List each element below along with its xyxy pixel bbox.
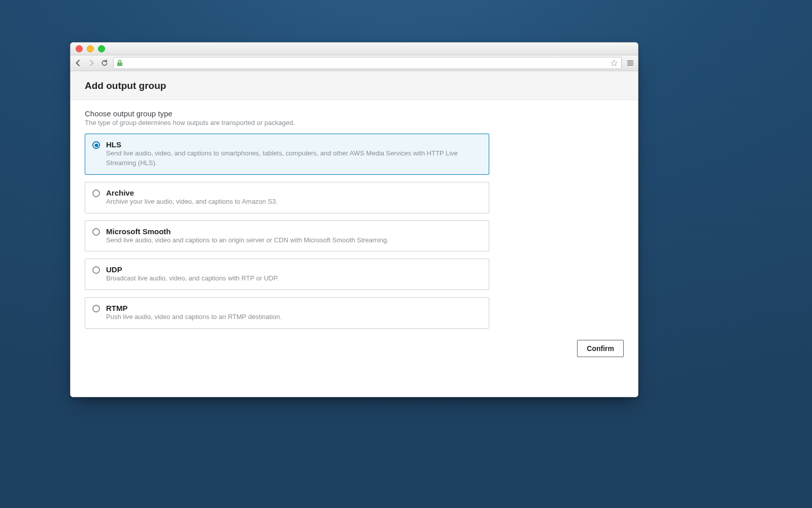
option-description: Send live audio, video, and captions to … [106, 149, 482, 168]
page-header: Add output group [71, 71, 638, 100]
footer: Confirm [85, 340, 624, 357]
forward-button[interactable] [87, 58, 96, 68]
option-microsoft-smooth[interactable]: Microsoft Smooth Send live audio, video … [85, 220, 489, 252]
output-group-options: HLS Send live audio, video, and captions… [85, 134, 489, 329]
option-label: RTMP [106, 304, 128, 312]
minimize-window-button[interactable] [87, 45, 94, 52]
option-label: UDP [106, 265, 122, 274]
section-subtitle: The type of group determines how outputs… [85, 119, 624, 126]
radio-icon [92, 189, 100, 197]
window-titlebar [71, 43, 638, 55]
browser-window: Add output group Choose output group typ… [70, 42, 638, 397]
option-description: Push live audio, video and captions to a… [106, 312, 482, 322]
radio-icon [92, 228, 100, 236]
page-title: Add output group [85, 80, 624, 91]
option-archive[interactable]: Archive Archive your live audio, video, … [85, 182, 489, 213]
svg-rect-0 [117, 62, 122, 66]
page-body: Choose output group type The type of gro… [71, 100, 638, 369]
page-content: Add output group Choose output group typ… [71, 71, 638, 397]
browser-menu-button[interactable] [626, 58, 635, 68]
option-label: Archive [106, 188, 134, 197]
option-description: Send live audio, video and captions to a… [106, 236, 482, 245]
address-bar[interactable] [113, 57, 622, 69]
option-hls[interactable]: HLS Send live audio, video, and captions… [85, 134, 489, 175]
radio-icon [92, 266, 100, 274]
reload-button[interactable] [100, 58, 109, 68]
maximize-window-button[interactable] [98, 45, 105, 52]
option-label: HLS [106, 140, 121, 149]
option-udp[interactable]: UDP Broadcast live audio, video, and cap… [85, 259, 489, 290]
option-description: Archive your live audio, video, and capt… [106, 197, 482, 207]
confirm-button[interactable]: Confirm [577, 340, 624, 357]
lock-icon [117, 59, 123, 67]
bookmark-star-icon[interactable] [610, 59, 618, 67]
close-window-button[interactable] [76, 45, 83, 52]
radio-icon [92, 141, 100, 149]
option-description: Broadcast live audio, video, and caption… [106, 274, 482, 283]
radio-icon [92, 305, 100, 312]
option-rtmp[interactable]: RTMP Push live audio, video and captions… [85, 297, 489, 329]
back-button[interactable] [74, 58, 83, 68]
browser-toolbar [71, 55, 638, 71]
option-label: Microsoft Smooth [106, 227, 171, 236]
section-title: Choose output group type [85, 109, 624, 118]
